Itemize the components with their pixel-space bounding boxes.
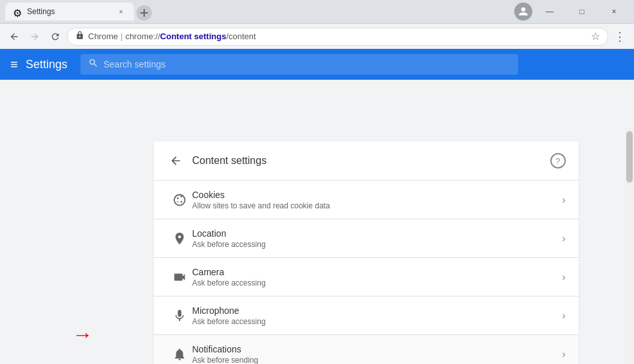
maximize-button[interactable]: □: [567, 3, 597, 21]
location-setting-item[interactable]: Location Ask before accessing ›: [154, 219, 579, 257]
cookies-setting-item[interactable]: Cookies Allow sites to save and read coo…: [154, 180, 579, 219]
forward-button[interactable]: [26, 28, 44, 46]
minimize-button[interactable]: —: [535, 3, 564, 21]
browser-menu-button[interactable]: ⋮: [611, 28, 629, 46]
url-separator: |: [120, 32, 122, 41]
content-panel: Content settings ? Cookies Allow sites t…: [154, 141, 579, 364]
microphone-title: Microphone: [192, 305, 563, 316]
camera-setting-item[interactable]: Camera Ask before accessing ›: [154, 257, 579, 296]
title-bar: ⚙ Settings × — □ ×: [0, 0, 634, 23]
tab-favicon: ⚙: [13, 7, 22, 16]
cookies-subtitle: Allow sites to save and read cookie data: [192, 201, 563, 210]
url-subpath: /content: [226, 32, 256, 41]
tab-close-button[interactable]: ×: [116, 6, 126, 17]
back-button[interactable]: [5, 28, 23, 46]
settings-menu-icon[interactable]: ≡: [10, 57, 18, 72]
active-tab[interactable]: ⚙ Settings ×: [5, 3, 134, 21]
cookies-arrow-icon: ›: [562, 194, 565, 206]
location-title: Location: [192, 228, 563, 239]
camera-subtitle: Ask before accessing: [192, 278, 563, 287]
content-area: → Content settings ?: [98, 129, 634, 364]
svg-point-4: [180, 201, 182, 203]
svg-point-2: [176, 197, 178, 199]
search-icon: [88, 58, 98, 71]
notifications-title: Notifications: [192, 344, 563, 354]
url-path: Content settings: [160, 32, 227, 41]
reload-button[interactable]: [46, 28, 64, 46]
microphone-text: Microphone Ask before accessing: [192, 305, 563, 326]
settings-app-title: Settings: [26, 58, 68, 71]
cookies-icon: [167, 193, 192, 207]
tab-title: Settings: [27, 7, 111, 16]
panel-header: Content settings ?: [154, 141, 579, 180]
microphone-setting-item[interactable]: Microphone Ask before accessing ›: [154, 296, 579, 334]
camera-icon: [167, 270, 192, 284]
window-controls: — □ ×: [535, 3, 629, 21]
scrollbar-track: [625, 129, 634, 364]
camera-arrow-icon: ›: [562, 271, 565, 283]
cookies-title: Cookies: [192, 190, 563, 200]
location-subtitle: Ask before accessing: [192, 240, 563, 249]
location-text: Location Ask before accessing: [192, 228, 563, 249]
settings-list: Cookies Allow sites to save and read coo…: [154, 180, 579, 364]
user-account-icon[interactable]: [514, 3, 532, 21]
notifications-arrow-icon: ›: [562, 349, 565, 360]
svg-point-5: [177, 201, 178, 202]
notifications-setting-item[interactable]: Notifications Ask before sending ›: [154, 334, 579, 364]
help-icon-button[interactable]: ?: [550, 153, 566, 168]
microphone-arrow-icon: ›: [562, 310, 565, 322]
settings-header: ≡ Settings: [0, 49, 634, 80]
close-button[interactable]: ×: [599, 3, 629, 21]
settings-search-bar[interactable]: [80, 54, 518, 75]
address-text: Chrome|chrome://Content settings/content: [88, 32, 256, 41]
microphone-subtitle: Ask before accessing: [192, 317, 563, 326]
panel-title: Content settings: [192, 155, 267, 167]
camera-title: Camera: [192, 267, 563, 277]
navigation-bar: Chrome|chrome://Content settings/content…: [0, 23, 634, 49]
microphone-icon: [167, 309, 192, 323]
notifications-icon: [167, 347, 192, 361]
notifications-text: Notifications Ask before sending: [192, 344, 563, 365]
cookies-text: Cookies Allow sites to save and read coo…: [192, 190, 563, 210]
tab-bar: ⚙ Settings ×: [5, 3, 514, 21]
notifications-subtitle: Ask before sending: [192, 356, 563, 365]
url-protocol: Chrome: [88, 32, 118, 41]
back-to-settings-button[interactable]: [167, 152, 185, 170]
location-icon: [167, 232, 192, 246]
camera-text: Camera Ask before accessing: [192, 267, 563, 287]
location-arrow-icon: ›: [562, 233, 565, 244]
scrollbar-thumb[interactable]: [626, 131, 633, 183]
panel-header-left: Content settings: [167, 152, 267, 170]
search-input[interactable]: [104, 59, 510, 69]
security-icon: [75, 31, 84, 42]
new-tab-button[interactable]: [136, 5, 152, 21]
address-bar[interactable]: Chrome|chrome://Content settings/content…: [67, 28, 608, 46]
svg-rect-1: [140, 12, 148, 14]
bookmark-star-icon[interactable]: ☆: [591, 30, 600, 42]
main-layout: → Content settings ?: [0, 129, 634, 364]
url-scheme: chrome://: [126, 32, 160, 41]
